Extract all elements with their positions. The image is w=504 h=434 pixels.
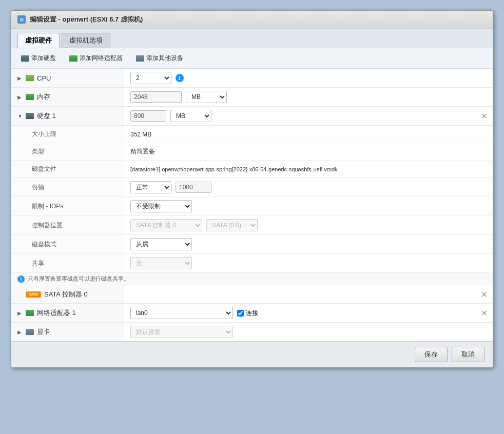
- hdd1-type-label: 类型: [11, 143, 124, 160]
- hdd1-value-col: MB GB TB ✕: [124, 107, 493, 125]
- hdd1-icon: [26, 113, 34, 119]
- sata-ctrl-remove-button[interactable]: ✕: [481, 289, 488, 299]
- hdd1-iops-limit-select[interactable]: 不受限制 自定义: [130, 200, 192, 212]
- hdd1-type-text: 精简置备: [130, 147, 155, 156]
- ram-expand-arrow[interactable]: ▶: [17, 94, 23, 100]
- sata-ctrl-value-col: ✕: [124, 285, 493, 303]
- net-toolbar-icon: [69, 55, 77, 62]
- hdd1-controller-type-select[interactable]: SATA 控制器 0: [130, 219, 202, 231]
- tab-bar: 虚拟硬件 虚拟机选项: [11, 29, 493, 48]
- hdd1-size-limit-row: 大小上限 352 MB: [11, 126, 493, 143]
- net-adapter-remove-button[interactable]: ✕: [481, 308, 488, 318]
- sata-ctrl-icon: SATA: [26, 291, 41, 298]
- net-adapter-row: ▶ 网络适配器 1 lan0 连接 ✕: [11, 304, 493, 323]
- hdd1-expand-arrow[interactable]: ▼: [17, 113, 23, 119]
- hdd1-controller-value: SATA 控制器 0 SATA (0:0): [124, 216, 493, 234]
- hdd1-label-col: ▼ 硬盘 1: [11, 107, 124, 125]
- gpu-label: 显卡: [37, 327, 50, 337]
- tab-virtual-hardware[interactable]: 虚拟硬件: [17, 33, 60, 48]
- hdd1-share-select[interactable]: 正常 低 高 自定义: [130, 181, 171, 193]
- hdd1-diskfile-row: 磁盘文件 [datastore1] openwrt/openwrt-spp-sp…: [11, 161, 493, 178]
- cpu-label: CPU: [37, 74, 51, 82]
- gpu-expand-arrow[interactable]: ▶: [17, 329, 23, 335]
- cancel-button[interactable]: 取消: [452, 347, 484, 362]
- hdd1-diskfile-text: [datastore1] openwrt/openwrt-spp-spring[…: [130, 166, 338, 172]
- cpu-expand-arrow[interactable]: ▶: [17, 75, 23, 81]
- net-adapter-label-col: ▶ 网络适配器 1: [11, 304, 124, 322]
- hint-icon: i: [17, 275, 25, 283]
- tab-vm-options[interactable]: 虚拟机选项: [62, 33, 110, 48]
- ram-value-input[interactable]: [130, 91, 182, 103]
- ram-unit-select[interactable]: MB GB: [186, 91, 227, 103]
- ram-label: 内存: [37, 92, 50, 102]
- hdd1-diskmode-label: 磁盘模式: [11, 235, 124, 253]
- hdd1-iops-limit-label: 限制 - IOPs: [11, 197, 124, 215]
- hdd1-diskmode-row: 磁盘模式 从属 独立-持久 独立-非持久: [11, 235, 493, 254]
- add-other-button[interactable]: 添加其他设备: [132, 52, 187, 64]
- net-adapter-expand-arrow[interactable]: ▶: [17, 310, 23, 316]
- net-adapter-connect-text: 连接: [246, 309, 258, 318]
- toolbar: 添加硬盘 添加网络适配器 添加其他设备: [11, 48, 493, 69]
- hdd1-share-value: 正常 低 高 自定义: [124, 178, 493, 196]
- hdd1-diskmode-value: 从属 独立-持久 独立-非持久: [124, 235, 493, 253]
- hdd1-iops-input[interactable]: [176, 182, 211, 193]
- content-area: ▶ CPU 2 1 4 8 i ▶ 内存: [11, 69, 493, 341]
- gpu-setting-select[interactable]: 默认设置: [130, 326, 233, 338]
- net-adapter-icon: [26, 310, 34, 316]
- net-adapter-network-select[interactable]: lan0: [130, 307, 233, 319]
- add-hdd-label: 添加硬盘: [31, 54, 56, 63]
- gpu-row: ▶ 显卡 默认设置: [11, 323, 493, 341]
- cpu-value-col: 2 1 4 8 i: [124, 69, 493, 87]
- hdd1-iops-limit-row: 限制 - IOPs 不受限制 自定义: [11, 197, 493, 216]
- hdd1-unit-select[interactable]: MB GB TB: [170, 110, 211, 122]
- net-adapter-connect-checkbox[interactable]: [237, 310, 244, 317]
- ram-label-col: ▶ 内存: [11, 88, 124, 106]
- title-bar: ⚙ 编辑设置 - openwrt (ESXi 6.7 虚拟机): [11, 11, 493, 29]
- hdd1-diskmode-select[interactable]: 从属 独立-持久 独立-非持久: [130, 238, 192, 250]
- ram-value-col: MB GB: [124, 88, 493, 106]
- hdd1-row: ▼ 硬盘 1 MB GB TB ✕: [11, 107, 493, 126]
- dialog-window: ⚙ 编辑设置 - openwrt (ESXi 6.7 虚拟机) 虚拟硬件 虚拟机…: [11, 10, 493, 368]
- window-title: 编辑设置 - openwrt (ESXi 6.7 虚拟机): [30, 15, 143, 24]
- ram-icon: [26, 94, 34, 100]
- window-icon: ⚙: [17, 15, 26, 24]
- hdd1-label: 硬盘 1: [37, 111, 56, 121]
- hdd1-size-limit-label: 大小上限: [11, 126, 124, 143]
- add-hdd-button[interactable]: 添加硬盘: [17, 52, 60, 64]
- sata-ctrl-row: ▶ SATA SATA 控制器 0 ✕: [11, 285, 493, 304]
- hdd1-iops-limit-value: 不受限制 自定义: [124, 197, 493, 215]
- hdd-toolbar-icon: [21, 55, 29, 62]
- other-toolbar-icon: [136, 55, 144, 62]
- net-adapter-label: 网络适配器 1: [37, 308, 76, 318]
- hdd1-sharing-select[interactable]: 无 多写入方: [130, 257, 192, 269]
- save-button[interactable]: 保存: [415, 347, 448, 362]
- add-other-label: 添加其他设备: [146, 54, 183, 63]
- net-adapter-value-col: lan0 连接 ✕: [124, 304, 493, 322]
- hdd1-size-input[interactable]: [130, 110, 166, 122]
- cpu-label-col: ▶ CPU: [11, 69, 124, 87]
- gpu-icon: [26, 329, 34, 335]
- hdd1-sharing-label: 共享: [11, 254, 124, 272]
- cpu-info-icon[interactable]: i: [176, 74, 184, 82]
- hdd1-share-row: 份额 正常 低 高 自定义: [11, 178, 493, 197]
- gpu-value-col: 默认设置: [124, 323, 493, 341]
- hdd1-expanded-section: 大小上限 352 MB 类型 精简置备 磁盘文件 [datastore1] op…: [11, 126, 493, 285]
- hdd1-controller-label: 控制器位置: [11, 216, 124, 234]
- hdd1-diskfile-label: 磁盘文件: [11, 161, 124, 177]
- cpu-count-select[interactable]: 2 1 4 8: [130, 72, 171, 84]
- sata-ctrl-label-col: ▶ SATA SATA 控制器 0: [11, 285, 124, 303]
- hdd1-sharing-row: 共享 无 多写入方: [11, 254, 493, 273]
- net-adapter-connect-label: 连接: [237, 309, 258, 318]
- cpu-icon: [26, 75, 34, 81]
- hdd1-diskfile-value: [datastore1] openwrt/openwrt-spp-spring[…: [124, 161, 493, 177]
- hdd1-type-row: 类型 精简置备: [11, 143, 493, 161]
- add-network-label: 添加网络适配器: [80, 54, 123, 63]
- sata-ctrl-label: SATA 控制器 0: [44, 290, 88, 299]
- cpu-row: ▶ CPU 2 1 4 8 i: [11, 69, 493, 88]
- hdd1-hint-text: 只有厚置备置零磁盘可以进行磁盘共享。: [28, 275, 129, 283]
- add-network-button[interactable]: 添加网络适配器: [66, 52, 126, 64]
- hdd1-controller-loc-select[interactable]: SATA (0:0): [206, 219, 258, 231]
- hdd1-share-label: 份额: [11, 178, 124, 196]
- hdd1-remove-button[interactable]: ✕: [481, 111, 488, 121]
- hdd1-type-value: 精简置备: [124, 143, 493, 160]
